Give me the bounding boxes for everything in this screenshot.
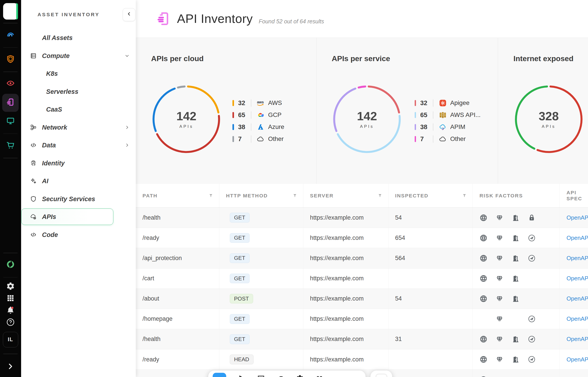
logo-accent-stripe [16, 3, 18, 20]
rail-item-monitor[interactable] [2, 114, 19, 129]
network-nodes-icon [30, 124, 37, 130]
toolbar-share-arrow-icon[interactable] [277, 374, 285, 377]
toolbar-gear-icon[interactable] [296, 374, 304, 377]
table-row[interactable]: /cartGEThttps://example.comOpenAPI [136, 269, 588, 289]
toolbar-toggle[interactable] [376, 374, 387, 377]
chevron-left-icon [126, 11, 132, 18]
cell-server: https://example.com [303, 289, 388, 309]
column-header-api-spec[interactable]: API SPEC [560, 184, 588, 207]
app-logo[interactable] [3, 3, 18, 20]
risk-plane-icon [528, 355, 544, 363]
rail-item-eye-scan[interactable] [2, 76, 19, 92]
rail-item-shopping-cart[interactable] [2, 139, 19, 153]
toolbar-primary-button[interactable] [213, 373, 226, 377]
column-header-risk-factors[interactable]: RISK FACTORS [473, 184, 560, 207]
legend-divider [251, 123, 251, 131]
legend-divider [433, 111, 433, 119]
cell-api-spec: OpenAPI [560, 208, 588, 228]
sidebar-item-apis[interactable]: APIs [21, 208, 136, 226]
risk-diamond-icon [496, 355, 512, 363]
cell-risk-factors [473, 329, 560, 349]
api-doc-icon [6, 98, 15, 108]
table-row[interactable]: /homepageGEThttps://example.comOpenAPI [136, 309, 588, 329]
api-spec-link[interactable]: OpenAPI [566, 275, 588, 282]
cell-api-spec: OpenAPI [560, 269, 588, 289]
rail-divider [3, 47, 18, 48]
sidebar-item-network[interactable]: Network [21, 118, 136, 136]
rail-divider [3, 158, 18, 158]
api-spec-link[interactable]: OpenAPI [566, 214, 588, 221]
rail-item-dashboard-arc[interactable] [2, 28, 19, 43]
rail-item-settings-gear[interactable] [2, 281, 19, 293]
cloud-outline-icon [256, 135, 265, 143]
rail-item-api-doc[interactable] [2, 94, 19, 112]
apim-icon [439, 123, 447, 131]
code-brackets-icon [30, 231, 37, 238]
sidebar-item-serverless[interactable]: Serverless [21, 82, 136, 100]
column-header-inspected[interactable]: INSPECTED [388, 184, 473, 207]
api-spec-link[interactable]: OpenAPI [566, 315, 588, 322]
api-spec-link[interactable]: OpenAPI [566, 336, 588, 342]
api-spec-link[interactable]: OpenAPI [566, 235, 588, 241]
risk-door-icon [512, 295, 528, 303]
api-spec-link[interactable]: OpenAPI [566, 255, 588, 262]
filter-icon[interactable] [462, 193, 467, 198]
page-header: API Inventory Found 52 out of 64 results [136, 0, 588, 38]
toolbar-pointer-icon[interactable] [237, 374, 246, 377]
table-row[interactable]: /healthGEThttps://example.com31OpenAPI [136, 329, 588, 349]
filter-icon[interactable] [378, 193, 382, 198]
rail-divider [3, 354, 18, 354]
column-header-http-method[interactable]: HTTP METHOD [219, 184, 303, 207]
api-spec-link[interactable]: OpenAPI [566, 295, 588, 302]
rail-item-notification-bell[interactable] [2, 305, 19, 317]
rail-expand-button[interactable] [2, 360, 19, 375]
sidebar-item-ai[interactable]: AI [21, 172, 136, 190]
cloud-outline-icon [439, 135, 447, 143]
table-row[interactable]: /readyGEThttps://example.com654OpenAPI [136, 228, 588, 248]
gcp-icon [256, 111, 265, 119]
cell-risk-factors [473, 248, 560, 268]
workspace-button[interactable]: IL [3, 332, 18, 347]
column-header-path[interactable]: PATH [136, 184, 219, 207]
sidebar-item-security-services[interactable]: Security Services [21, 190, 136, 208]
cell-inspected [388, 309, 473, 329]
monitor-icon [6, 116, 15, 127]
table-row[interactable]: /healthGEThttps://example.com54OpenAPI [136, 208, 588, 228]
table-row[interactable]: /readyHEADhttps://example.comOpenAPI [136, 349, 588, 370]
toolbar-widgets-icon[interactable] [315, 374, 323, 377]
sidebar-item-label: Compute [42, 52, 69, 59]
donut-chart: 142 APIs [151, 83, 222, 155]
donut-unit: APIs [542, 124, 556, 129]
column-header-server[interactable]: SERVER [303, 184, 388, 207]
rail-item-shield-badge[interactable] [2, 52, 19, 67]
table-row[interactable]: /aboutPOSThttps://example.com54OpenAPI [136, 289, 588, 309]
sidebar-item-caas[interactable]: CaaS [21, 100, 136, 118]
api-spec-link[interactable]: OpenAPI [566, 376, 588, 377]
toolbar-table-icon[interactable] [257, 374, 265, 377]
filter-icon[interactable] [208, 193, 213, 198]
chart-legend: 32Apigee65AWS API...38APIM7Other [415, 97, 481, 145]
legend-label: Other [450, 135, 466, 142]
page-title: API Inventory [177, 12, 253, 26]
sidebar-item-label: Serverless [46, 88, 79, 95]
sidebar-item-code[interactable]: Code [21, 226, 136, 243]
column-label: API SPEC [566, 190, 588, 202]
table-row[interactable]: /api_protectionGEThttps://example.com564… [136, 248, 588, 268]
sidebar-item-data[interactable]: Data [21, 136, 136, 154]
cell-http-method: GET [219, 248, 303, 268]
rail-item-help-circle[interactable] [2, 317, 19, 329]
legend-color-bar [415, 136, 416, 142]
api-table: PATHHTTP METHODSERVERINSPECTEDRISK FACTO… [136, 184, 588, 377]
api-spec-link[interactable]: OpenAPI [566, 356, 588, 363]
sidebar-item-k8s[interactable]: K8s [21, 65, 136, 82]
sidebar-item-all-assets[interactable]: All Assets [21, 29, 136, 47]
sidebar-item-compute[interactable]: Compute [21, 47, 136, 64]
filter-icon[interactable] [292, 193, 297, 198]
sidebar-item-identity[interactable]: Identity [21, 154, 136, 172]
column-label: INSPECTED [395, 193, 428, 199]
sidebar-collapse-button[interactable] [123, 8, 136, 21]
rail-item-ring-logo[interactable] [2, 258, 19, 273]
legend-row-apim: 38APIM [415, 121, 481, 133]
sparkles-icon [30, 178, 37, 184]
rail-item-apps-grid[interactable] [2, 293, 19, 305]
